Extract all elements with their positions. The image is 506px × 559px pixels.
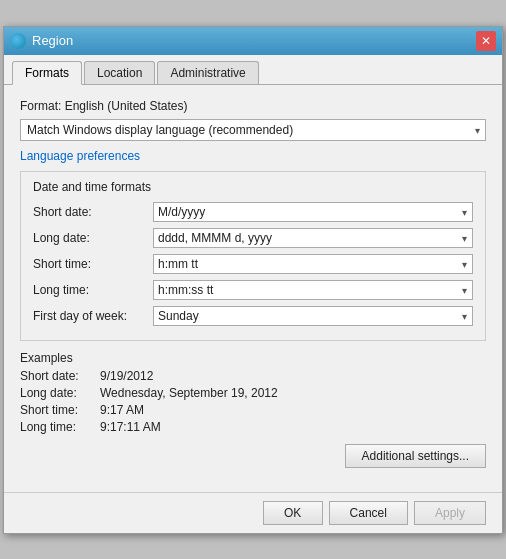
- tab-location[interactable]: Location: [84, 61, 155, 84]
- first-day-label: First day of week:: [33, 309, 153, 323]
- language-preferences-link[interactable]: Language preferences: [20, 149, 140, 163]
- content-area: Format: English (United States) Match Wi…: [4, 85, 502, 492]
- example-long-date-value: Wednesday, September 19, 2012: [100, 386, 278, 400]
- window-icon: [10, 33, 26, 49]
- example-long-time-value: 9:17:11 AM: [100, 420, 161, 434]
- region-window: Region ✕ Formats Location Administrative…: [3, 26, 503, 534]
- long-time-label: Long time:: [33, 283, 153, 297]
- short-time-label: Short time:: [33, 257, 153, 271]
- example-short-date-label: Short date:: [20, 369, 100, 383]
- tab-formats[interactable]: Formats: [12, 61, 82, 85]
- long-date-label: Long date:: [33, 231, 153, 245]
- window-title: Region: [32, 33, 73, 48]
- title-bar: Region ✕: [4, 27, 502, 55]
- short-time-row: Short time: h:mm tt: [33, 254, 473, 274]
- example-short-date: Short date: 9/19/2012: [20, 369, 486, 383]
- short-time-select-wrapper: h:mm tt: [153, 254, 473, 274]
- long-time-row: Long time: h:mm:ss tt: [33, 280, 473, 300]
- additional-settings-button[interactable]: Additional settings...: [345, 444, 486, 468]
- short-date-select[interactable]: M/d/yyyy: [153, 202, 473, 222]
- examples-section: Examples Short date: 9/19/2012 Long date…: [20, 351, 486, 434]
- bottom-bar: OK Cancel Apply: [4, 492, 502, 533]
- title-bar-left: Region: [10, 33, 73, 49]
- short-date-select-wrapper: M/d/yyyy: [153, 202, 473, 222]
- format-label: Format: English (United States): [20, 99, 486, 113]
- long-time-select[interactable]: h:mm:ss tt: [153, 280, 473, 300]
- example-short-time-label: Short time:: [20, 403, 100, 417]
- tab-administrative[interactable]: Administrative: [157, 61, 258, 84]
- first-day-select[interactable]: Sunday: [153, 306, 473, 326]
- example-short-date-value: 9/19/2012: [100, 369, 153, 383]
- example-long-date: Long date: Wednesday, September 19, 2012: [20, 386, 486, 400]
- example-long-time-label: Long time:: [20, 420, 100, 434]
- first-day-select-wrapper: Sunday: [153, 306, 473, 326]
- language-select-wrapper: Match Windows display language (recommen…: [20, 119, 486, 141]
- long-time-select-wrapper: h:mm:ss tt: [153, 280, 473, 300]
- examples-title: Examples: [20, 351, 486, 365]
- short-date-label: Short date:: [33, 205, 153, 219]
- example-long-time: Long time: 9:17:11 AM: [20, 420, 486, 434]
- close-button[interactable]: ✕: [476, 31, 496, 51]
- example-long-date-label: Long date:: [20, 386, 100, 400]
- example-short-time-value: 9:17 AM: [100, 403, 144, 417]
- ok-button[interactable]: OK: [263, 501, 323, 525]
- cancel-button[interactable]: Cancel: [329, 501, 408, 525]
- apply-button[interactable]: Apply: [414, 501, 486, 525]
- language-dropdown[interactable]: Match Windows display language (recommen…: [20, 119, 486, 141]
- long-date-select[interactable]: dddd, MMMM d, yyyy: [153, 228, 473, 248]
- short-time-select[interactable]: h:mm tt: [153, 254, 473, 274]
- date-time-section: Date and time formats Short date: M/d/yy…: [20, 171, 486, 341]
- long-date-row: Long date: dddd, MMMM d, yyyy: [33, 228, 473, 248]
- example-short-time: Short time: 9:17 AM: [20, 403, 486, 417]
- date-time-section-title: Date and time formats: [33, 180, 473, 194]
- first-day-row: First day of week: Sunday: [33, 306, 473, 326]
- long-date-select-wrapper: dddd, MMMM d, yyyy: [153, 228, 473, 248]
- tab-bar: Formats Location Administrative: [4, 55, 502, 85]
- short-date-row: Short date: M/d/yyyy: [33, 202, 473, 222]
